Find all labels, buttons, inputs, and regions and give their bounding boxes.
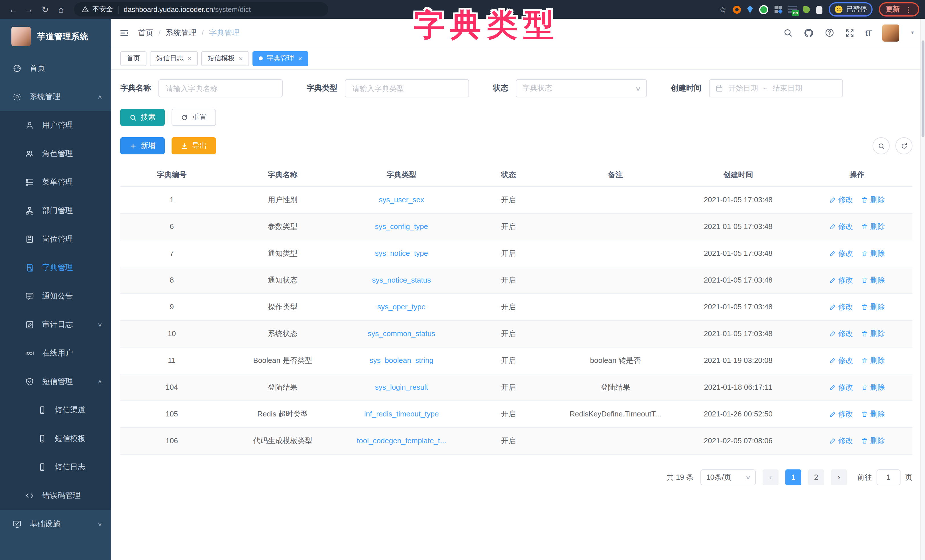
status-select[interactable]: 字典状态 ∨ — [516, 79, 647, 98]
extension-gem-icon[interactable] — [747, 6, 753, 13]
sidebar-item-error-codes[interactable]: 错误码管理 — [0, 482, 111, 510]
dict-type-input[interactable] — [345, 79, 469, 98]
font-size-icon[interactable]: tT — [865, 28, 871, 37]
edit-link[interactable]: 修改 — [829, 382, 853, 392]
browser-home-icon[interactable]: ⌂ — [54, 2, 68, 17]
edit-link[interactable]: 修改 — [829, 355, 853, 366]
delete-link[interactable]: 删除 — [861, 275, 885, 285]
fullscreen-icon[interactable] — [845, 28, 854, 37]
dict-type-link[interactable]: sys_oper_type — [377, 303, 425, 311]
address-bar[interactable]: 不安全 dashboard.yudao.iocoder.cn/system/di… — [74, 2, 328, 17]
update-button[interactable]: 更新 ⋮ — [879, 2, 919, 17]
edit-link[interactable]: 修改 — [829, 435, 853, 446]
goto-page-input[interactable] — [877, 469, 901, 485]
sidebar-item-sms-channel[interactable]: 短信渠道 — [0, 396, 111, 425]
sidebar-item-infrastructure[interactable]: 基础设施 ∨ — [0, 510, 111, 538]
edit-link[interactable]: 修改 — [829, 248, 853, 258]
sidebar-item-menus[interactable]: 菜单管理 — [0, 168, 111, 197]
edit-link[interactable]: 修改 — [829, 221, 853, 232]
delete-link[interactable]: 删除 — [861, 409, 885, 419]
sidebar-item-users[interactable]: 用户管理 — [0, 111, 111, 140]
extension-user-icon[interactable] — [816, 5, 823, 14]
close-icon[interactable]: × — [187, 55, 191, 62]
sidebar-item-audit-log[interactable]: 审计日志 ∨ — [0, 310, 111, 339]
delete-link[interactable]: 删除 — [861, 355, 885, 366]
delete-link[interactable]: 删除 — [861, 328, 885, 339]
tab-sms-template[interactable]: 短信模板 × — [201, 51, 249, 66]
breadcrumb-system[interactable]: 系统管理 — [166, 28, 197, 38]
logo[interactable]: 芋道管理系统 — [0, 19, 111, 54]
extension-switch-icon[interactable]: on — [788, 6, 797, 13]
delete-link[interactable]: 删除 — [861, 435, 885, 446]
dict-type-link[interactable]: tool_codegen_template_t... — [357, 437, 446, 445]
sidebar-item-notices[interactable]: 通知公告 — [0, 282, 111, 310]
dict-type-link[interactable]: sys_login_result — [375, 383, 428, 391]
page-size-select[interactable]: 10条/页 ∨ — [701, 469, 756, 485]
edit-link[interactable]: 修改 — [829, 194, 853, 205]
sidebar-item-system[interactable]: 系统管理 ∧ — [0, 83, 111, 111]
page-scrollbar[interactable] — [920, 19, 925, 560]
next-page-button[interactable]: › — [831, 469, 847, 485]
delete-link[interactable]: 删除 — [861, 248, 885, 258]
dict-type-link[interactable]: sys_user_sex — [379, 196, 424, 204]
sidebar-item-sms[interactable]: 短信管理 ∧ — [0, 367, 111, 396]
browser-menu-icon[interactable]: ⋮ — [904, 5, 913, 14]
dict-type-link[interactable]: sys_common_status — [368, 329, 435, 338]
export-button[interactable]: 导出 — [172, 137, 216, 154]
extension-green-icon[interactable] — [759, 5, 768, 14]
dict-name-input[interactable] — [158, 79, 283, 98]
browser-reload-icon[interactable]: ↻ — [38, 2, 53, 17]
refresh-table-button[interactable] — [895, 137, 913, 154]
browser-forward-icon[interactable]: → — [22, 2, 36, 17]
reset-button[interactable]: 重置 — [172, 109, 216, 126]
prev-page-button[interactable]: ‹ — [762, 469, 779, 485]
page-1-button[interactable]: 1 — [785, 469, 801, 485]
browser-back-icon[interactable]: ← — [6, 2, 21, 17]
tab-home[interactable]: 首页 — [120, 51, 146, 66]
delete-link[interactable]: 删除 — [861, 194, 885, 205]
avatar-caret-icon[interactable]: ▼ — [910, 30, 915, 35]
scrollbar-thumb[interactable] — [922, 41, 924, 137]
paused-badge[interactable]: 已暂停 — [829, 2, 872, 17]
search-button[interactable]: 搜索 — [120, 109, 165, 126]
hide-search-button[interactable] — [872, 137, 890, 154]
close-icon[interactable]: × — [239, 55, 243, 62]
sidebar-item-roles[interactable]: 角色管理 — [0, 140, 111, 168]
add-button[interactable]: 新增 — [120, 137, 165, 154]
not-secure-warning[interactable]: 不安全 — [81, 5, 113, 14]
page-2-button[interactable]: 2 — [808, 469, 824, 485]
sidebar-item-departments[interactable]: 部门管理 — [0, 197, 111, 225]
tab-sms-log[interactable]: 短信日志 × — [150, 51, 198, 66]
help-icon[interactable] — [825, 28, 835, 38]
sidebar-item-sms-template[interactable]: 短信模板 — [0, 425, 111, 453]
github-icon[interactable] — [804, 28, 814, 38]
sidebar-item-posts[interactable]: 岗位管理 — [0, 225, 111, 253]
edit-link[interactable]: 修改 — [829, 409, 853, 419]
search-icon[interactable] — [783, 28, 793, 38]
tab-dict-active[interactable]: 字典管理 × — [253, 51, 308, 66]
dict-type-link[interactable]: sys_notice_type — [375, 249, 428, 257]
user-avatar[interactable] — [882, 24, 899, 41]
date-range-picker[interactable]: 开始日期 ~ 结束日期 — [709, 79, 843, 98]
sidebar-item-home[interactable]: 首页 — [0, 54, 111, 83]
sidebar-fold-icon[interactable] — [119, 28, 130, 38]
sidebar-item-dict[interactable]: 字典管理 — [0, 253, 111, 282]
edit-link[interactable]: 修改 — [829, 328, 853, 339]
delete-link[interactable]: 删除 — [861, 302, 885, 312]
dict-type-link[interactable]: sys_notice_status — [372, 276, 431, 284]
close-icon[interactable]: × — [298, 55, 302, 62]
sidebar-item-sms-log[interactable]: 短信日志 — [0, 453, 111, 482]
extension-leaf-icon[interactable] — [803, 6, 810, 13]
delete-link[interactable]: 删除 — [861, 221, 885, 232]
extension-grid-icon[interactable] — [774, 6, 782, 13]
dict-type-link[interactable]: inf_redis_timeout_type — [364, 409, 439, 418]
bookmark-star-icon[interactable]: ☆ — [719, 4, 727, 15]
edit-link[interactable]: 修改 — [829, 302, 853, 312]
delete-link[interactable]: 删除 — [861, 382, 885, 392]
sidebar-item-online-users[interactable]: 在线用户 — [0, 339, 111, 367]
extension-orange-icon[interactable] — [733, 5, 741, 14]
dict-type-link[interactable]: sys_config_type — [375, 222, 428, 231]
dict-type-link[interactable]: sys_boolean_string — [370, 356, 434, 364]
edit-link[interactable]: 修改 — [829, 275, 853, 285]
breadcrumb-home[interactable]: 首页 — [138, 28, 153, 38]
